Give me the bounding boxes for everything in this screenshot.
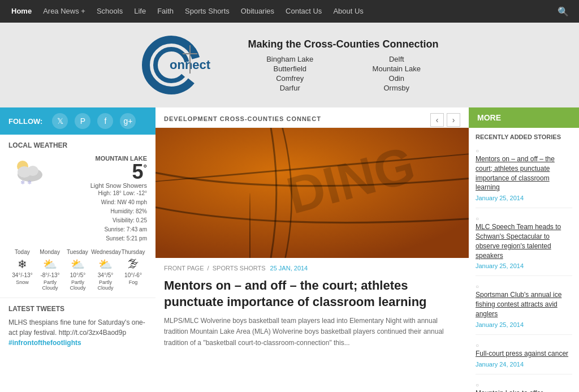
nav-sports-shorts[interactable]: Sports Shorts: [179, 0, 235, 23]
googleplus-icon[interactable]: g+: [120, 113, 136, 129]
story-bullet: ○: [476, 216, 479, 222]
site-tagline: Making the Cross-Counties Connection Bin…: [248, 38, 438, 92]
tweet-hashtag[interactable]: #infrontofthefootlights: [8, 339, 81, 347]
right-sidebar: MORE RECENTLY ADDED STORIES ○Mentors on …: [469, 107, 579, 392]
nav-about-us[interactable]: About Us: [327, 0, 369, 23]
weather-section: LOCAL WEATHER ❄ ❄ M: [0, 135, 155, 298]
story-item: ○Sportsman Club's annual ice fishing con…: [476, 282, 572, 334]
story-link[interactable]: Sportsman Club's annual ice fishing cont…: [476, 290, 572, 318]
section-title: DEVELOPMENT CROSS-COUNTIES CONNECT: [164, 115, 321, 122]
next-button[interactable]: ›: [447, 113, 460, 127]
nav-schools[interactable]: Schools: [91, 0, 128, 23]
twitter-icon[interactable]: 𝕏: [52, 113, 68, 129]
forecast-row: TodayMondayTuesdayWednesdayThursday ❄⛅⛅⛅…: [8, 249, 147, 291]
search-icon[interactable]: 🔍: [553, 6, 573, 17]
logo-area: onnect: [140, 34, 214, 96]
more-label: MORE: [477, 113, 501, 122]
sports-shorts-tag[interactable]: SPORTS SHORTS: [213, 265, 266, 272]
story-link[interactable]: MLC Speech Team heads to Schwan's Specta…: [476, 222, 572, 260]
section-header: DEVELOPMENT CROSS-COUNTIES CONNECT ‹ ›: [155, 107, 469, 128]
story-date: January 25, 2014: [476, 321, 524, 328]
story-bullet: ○: [476, 382, 479, 388]
story-link[interactable]: Mentors on – and off – the court; athlet…: [476, 154, 572, 192]
facebook-icon[interactable]: f: [97, 113, 113, 129]
weather-info: High: 18° Low: -12° Wind: NW 40 mph Humi…: [54, 189, 147, 243]
weather-title: LOCAL WEATHER: [8, 141, 147, 149]
svg-text:❄: ❄: [27, 179, 32, 186]
more-header: MORE: [469, 107, 579, 128]
article-excerpt: MLPS/MLC Wolverine boys basketball team …: [155, 316, 469, 357]
article-date: 25 JAN, 2014: [270, 265, 308, 272]
front-page-tag[interactable]: FRONT PAGE: [164, 265, 204, 272]
story-item: ○Mountain Lake to offer homeowners resid…: [476, 380, 572, 392]
follow-bar: FOLLOW: 𝕏 P f g+: [0, 107, 155, 135]
left-sidebar: FOLLOW: 𝕏 P f g+ LOCAL WEATHER: [0, 107, 155, 392]
nav-faith[interactable]: Faith: [152, 0, 179, 23]
story-link[interactable]: Mountain Lake to offer homeowners reside…: [476, 389, 572, 392]
story-link[interactable]: Full-court press against cancer: [476, 349, 572, 359]
nav-contact-us[interactable]: Contact Us: [280, 0, 327, 23]
prev-button[interactable]: ‹: [430, 113, 444, 127]
story-item: ○MLC Speech Team heads to Schwan's Spect…: [476, 214, 572, 276]
article-title: Mentors on – and off – the court; athlet…: [155, 275, 469, 316]
nav-area-news[interactable]: Area News +: [37, 0, 91, 23]
stories-section: RECENTLY ADDED STORIES ○Mentors on – and…: [469, 128, 579, 392]
story-item: ○Mentors on – and off – the court; athle…: [476, 146, 572, 208]
story-date: January 25, 2014: [476, 195, 524, 201]
story-bullet: ○: [476, 283, 479, 290]
story-date: January 24, 2014: [476, 361, 524, 368]
slider-nav: ‹ ›: [430, 113, 460, 127]
nav-obituaries[interactable]: Obituaries: [235, 0, 280, 23]
main-nav: Home Area News + Schools Life Faith Spor…: [0, 0, 579, 23]
weather-temp: 5°: [54, 162, 147, 182]
site-header: onnect Making the Cross-Counties Connect…: [0, 23, 579, 107]
svg-point-8: [27, 166, 38, 176]
stories-title: RECENTLY ADDED STORIES: [476, 133, 572, 140]
tweet-text: MLHS thespians fine tune for Saturday's …: [8, 317, 147, 348]
story-bullet: ○: [476, 342, 479, 348]
tweets-title: LATEST TWEETS: [8, 305, 147, 313]
story-item: ○Full-court press against cancerJanuary …: [476, 341, 572, 374]
nav-life[interactable]: Life: [128, 0, 152, 23]
follow-label: FOLLOW:: [8, 117, 42, 126]
story-bullet: ○: [476, 148, 479, 154]
article-meta: FRONT PAGE / SPORTS SHORTS 25 JAN, 2014: [155, 258, 469, 275]
svg-text:❄: ❄: [20, 179, 25, 186]
pinterest-icon[interactable]: P: [75, 113, 90, 129]
article-image: DING: [155, 128, 469, 258]
main-content: DEVELOPMENT CROSS-COUNTIES CONNECT ‹ ›: [155, 107, 469, 392]
tweets-section: LATEST TWEETS MLHS thespians fine tune f…: [0, 298, 155, 355]
weather-description: Light Snow Showers: [54, 182, 147, 189]
weather-icon: ❄ ❄: [8, 155, 48, 186]
story-date: January 25, 2014: [476, 262, 524, 269]
nav-home[interactable]: Home: [6, 0, 37, 23]
